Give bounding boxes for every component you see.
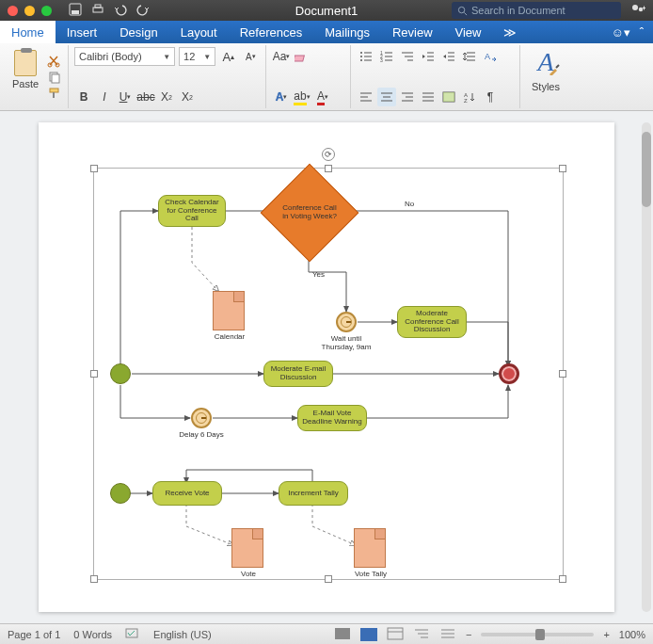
scrollbar-thumb[interactable] [642, 132, 651, 207]
tab-view[interactable]: View [444, 21, 493, 43]
show-marks-button[interactable]: ¶ [481, 88, 500, 106]
format-painter-button[interactable] [47, 87, 62, 100]
page-indicator[interactable]: Page 1 of 1 [8, 629, 60, 640]
svg-rect-3 [95, 5, 101, 8]
document-title: Document1 [295, 4, 358, 18]
decrease-indent-button[interactable] [419, 47, 438, 66]
vertical-scrollbar[interactable] [642, 122, 651, 612]
font-size-combo[interactable]: 12▼ [179, 47, 215, 66]
svg-point-4 [458, 7, 464, 12]
font-color-button[interactable]: A▾ [313, 88, 332, 106]
align-center-button[interactable] [377, 88, 396, 106]
svg-rect-1 [72, 10, 79, 14]
text-direction-button[interactable]: A [481, 47, 500, 66]
bullets-button[interactable] [357, 47, 375, 66]
superscript-button[interactable]: X2 [178, 88, 197, 106]
svg-rect-16 [295, 56, 304, 61]
highlight-button[interactable]: ab▾ [293, 88, 311, 106]
justify-button[interactable] [419, 88, 438, 106]
timer1-caption: Wait until Thursday, 9am [318, 334, 374, 351]
tab-mailings[interactable]: Mailings [313, 21, 381, 43]
tab-layout[interactable]: Layout [169, 21, 229, 43]
numbering-button[interactable]: 123 [377, 47, 396, 66]
collapse-ribbon-icon[interactable]: ˆ [640, 25, 644, 40]
change-case-button[interactable]: Aa▾ [272, 47, 291, 66]
document-area[interactable]: ⟳ [0, 111, 653, 623]
outline-view-button[interactable] [413, 627, 430, 642]
tab-home[interactable]: Home [0, 21, 56, 43]
task-increment-tally: Increment Tally [279, 481, 348, 506]
svg-point-7 [639, 8, 643, 11]
timer-wait-thursday [336, 312, 357, 332]
grow-font-button[interactable]: A▴ [219, 47, 237, 66]
paste-button[interactable]: Paste [9, 47, 41, 92]
multilevel-list-button[interactable] [398, 47, 417, 66]
underline-button[interactable]: U▾ [116, 88, 135, 106]
redo-icon[interactable] [136, 3, 150, 18]
language-indicator[interactable]: English (US) [153, 629, 212, 640]
save-icon[interactable] [69, 3, 82, 18]
svg-point-17 [360, 52, 362, 54]
bold-button[interactable]: B [74, 88, 93, 106]
text-effects-button[interactable]: A▾ [272, 88, 291, 106]
align-left-button[interactable] [357, 88, 375, 106]
spellcheck-icon[interactable] [125, 628, 140, 641]
strikethrough-button[interactable]: abc [136, 88, 155, 106]
tab-more[interactable]: ≫ [492, 21, 528, 43]
decision-label: Conference Call in Voting Week? [276, 179, 343, 247]
search-box[interactable]: Search in Document [452, 2, 621, 19]
print-layout-view-button[interactable] [360, 628, 377, 641]
shading-button[interactable] [439, 88, 458, 106]
zoom-slider[interactable] [481, 633, 594, 636]
svg-rect-14 [50, 89, 58, 92]
cut-button[interactable] [47, 55, 62, 68]
svg-rect-2 [93, 8, 103, 12]
quick-access-toolbar [69, 3, 150, 18]
svg-point-21 [360, 59, 362, 61]
tab-insert[interactable]: Insert [56, 21, 109, 43]
svg-point-19 [360, 56, 362, 57]
doc3-caption: Vote Tally [342, 570, 399, 578]
start-event-1 [110, 363, 131, 384]
svg-line-5 [464, 12, 467, 15]
svg-rect-60 [335, 628, 350, 639]
increase-indent-button[interactable] [439, 47, 458, 66]
rotate-handle[interactable]: ⟳ [322, 148, 335, 161]
zoom-in-button[interactable]: + [603, 629, 609, 640]
subscript-button[interactable]: X2 [157, 88, 176, 106]
styles-icon: A [537, 47, 553, 77]
share-button[interactable] [630, 3, 645, 18]
feedback-icon[interactable]: ☺▾ [611, 25, 629, 40]
sort-button[interactable]: AZ [460, 88, 479, 106]
zoom-window-button[interactable] [41, 6, 52, 16]
copy-button[interactable] [47, 71, 62, 84]
tab-design[interactable]: Design [108, 21, 168, 43]
font-name-combo[interactable]: Calibri (Body)▼ [74, 47, 175, 66]
align-right-button[interactable] [398, 88, 417, 106]
draft-view-button[interactable] [439, 627, 456, 642]
search-icon [457, 6, 468, 16]
print-icon[interactable] [91, 3, 104, 18]
doc-vote-tally [354, 528, 386, 568]
tab-review[interactable]: Review [381, 21, 444, 43]
shrink-font-button[interactable]: A▾ [242, 47, 260, 66]
end-event [499, 363, 519, 384]
zoom-out-button[interactable]: − [466, 629, 471, 640]
tab-references[interactable]: References [229, 21, 313, 43]
italic-button[interactable]: I [95, 88, 114, 106]
minimize-window-button[interactable] [24, 6, 35, 16]
zoom-level[interactable]: 100% [619, 629, 645, 640]
diagram-selection[interactable]: ⟳ [93, 168, 564, 580]
web-layout-view-button[interactable] [387, 627, 404, 642]
window-controls [8, 6, 52, 16]
svg-rect-13 [52, 74, 59, 83]
clear-formatting-button[interactable] [293, 47, 311, 66]
word-count[interactable]: 0 Words [73, 629, 112, 640]
focus-view-button[interactable] [334, 627, 351, 642]
close-window-button[interactable] [8, 6, 18, 16]
line-spacing-button[interactable] [460, 47, 479, 66]
zoom-slider-thumb[interactable] [535, 629, 545, 640]
task-moderate-email: Moderate E-mail Discussion [263, 361, 333, 387]
undo-icon[interactable] [114, 3, 127, 18]
styles-pane-button[interactable]: A Styles [526, 47, 565, 92]
